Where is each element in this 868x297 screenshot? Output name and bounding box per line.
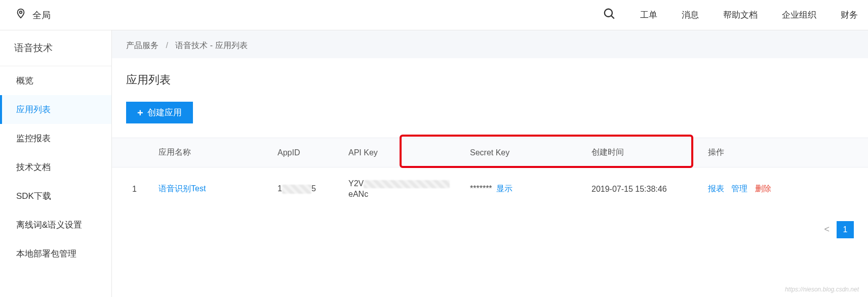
- cell-app-name-link[interactable]: 语音识别Test: [159, 184, 206, 193]
- sidebar-item-local-deploy[interactable]: 本地部署包管理: [0, 239, 111, 268]
- sidebar-item-offline-config[interactable]: 离线词&语义设置: [0, 210, 111, 239]
- show-secret-link[interactable]: 显示: [496, 184, 512, 193]
- cell-apikey: Y2V eANc: [342, 167, 464, 211]
- breadcrumb-separator: /: [166, 41, 168, 50]
- nav-finance[interactable]: 财务: [841, 9, 858, 21]
- breadcrumb-current: 语音技术 - 应用列表: [175, 41, 247, 50]
- appid-prefix: 1: [278, 184, 282, 193]
- apikey-prefix: Y2V: [348, 179, 364, 188]
- svg-line-2: [611, 16, 614, 18]
- pagination-prev[interactable]: <: [824, 224, 830, 235]
- top-header: 全局 工单 消息 帮助文档 企业组织 财务: [0, 0, 868, 30]
- content-area: 产品服务 / 语音技术 - 应用列表 应用列表 + 创建应用 应用名称 AppI…: [112, 30, 868, 297]
- location-icon: [15, 8, 26, 22]
- nav-tickets[interactable]: 工单: [640, 9, 657, 21]
- header-right: 工单 消息 帮助文档 企业组织 财务: [603, 7, 858, 23]
- sidebar-item-overview[interactable]: 概览: [0, 66, 111, 95]
- th-appid: AppID: [271, 138, 342, 167]
- svg-point-0: [20, 11, 22, 13]
- create-app-button[interactable]: + 创建应用: [126, 102, 193, 123]
- cell-secret: ******* 显示: [464, 167, 585, 211]
- create-app-button-label: 创建应用: [147, 107, 182, 118]
- main-layout: 语音技术 概览 应用列表 监控报表 技术文档 SDK下载 离线词&语义设置 本地…: [0, 30, 868, 297]
- header-left: 全局: [15, 8, 51, 22]
- table-row: 1 语音识别Test 15 Y2V eANc: [112, 167, 868, 211]
- cell-operations: 报表 管理 删除: [702, 167, 868, 211]
- table-wrapper: 应用名称 AppID API Key Secret Key 创建时间 操作 1 …: [112, 138, 868, 211]
- panel-title: 应用列表: [112, 72, 868, 88]
- breadcrumb-products[interactable]: 产品服务: [126, 41, 159, 50]
- pagination-page-1[interactable]: 1: [837, 221, 854, 238]
- watermark: https://nieson.blog.csdn.net: [785, 286, 859, 293]
- sidebar-title: 语音技术: [0, 30, 111, 66]
- sidebar-item-monitor[interactable]: 监控报表: [0, 124, 111, 153]
- breadcrumb: 产品服务 / 语音技术 - 应用列表: [112, 30, 868, 58]
- th-created-time: 创建时间: [585, 138, 702, 167]
- apikey-suffix: eANc: [348, 190, 368, 198]
- cell-created-time: 2019-07-15 15:38:46: [585, 167, 702, 211]
- nav-help-docs[interactable]: 帮助文档: [723, 9, 758, 21]
- global-scope-label[interactable]: 全局: [32, 9, 51, 21]
- nav-messages[interactable]: 消息: [682, 9, 699, 21]
- th-secret-key: Secret Key: [464, 138, 585, 167]
- pagination: < 1: [112, 211, 868, 248]
- app-table: 应用名称 AppID API Key Secret Key 创建时间 操作 1 …: [112, 138, 868, 211]
- th-apikey: API Key: [342, 138, 464, 167]
- appid-suffix: 5: [311, 184, 316, 193]
- sidebar: 语音技术 概览 应用列表 监控报表 技术文档 SDK下载 离线词&语义设置 本地…: [0, 30, 112, 297]
- th-index: [112, 138, 152, 167]
- secret-masked: *******: [470, 184, 492, 193]
- sidebar-item-docs[interactable]: 技术文档: [0, 153, 111, 182]
- panel: 应用列表 + 创建应用 应用名称 AppID API Key Secret Ke…: [112, 58, 868, 297]
- appid-censored: [282, 185, 311, 194]
- th-app-name: 应用名称: [152, 138, 271, 167]
- th-operations: 操作: [702, 138, 868, 167]
- apikey-censored: [364, 180, 450, 188]
- svg-point-1: [605, 9, 612, 16]
- sidebar-item-sdk[interactable]: SDK下载: [0, 182, 111, 210]
- sidebar-item-app-list[interactable]: 应用列表: [0, 95, 111, 124]
- plus-icon: +: [137, 108, 143, 118]
- op-report-link[interactable]: 报表: [708, 184, 724, 193]
- cell-appid: 15: [271, 167, 342, 211]
- search-icon[interactable]: [603, 7, 616, 23]
- cell-index: 1: [112, 167, 152, 211]
- op-manage-link[interactable]: 管理: [731, 184, 747, 193]
- nav-org[interactable]: 企业组织: [782, 9, 816, 21]
- op-delete-link[interactable]: 删除: [755, 184, 771, 193]
